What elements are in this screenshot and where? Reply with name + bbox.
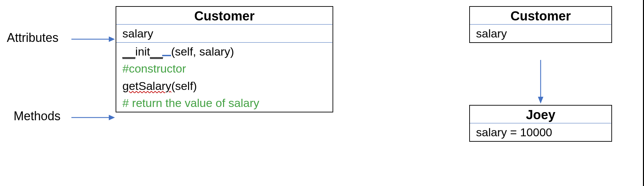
svg-marker-5 <box>538 97 543 104</box>
class-box-customer: Customer salary __init__(self, salary) #… <box>116 6 333 112</box>
init-underscore-prefix: __ <box>122 45 135 59</box>
class-title: Customer <box>116 7 333 24</box>
arrow-attributes <box>71 34 116 44</box>
getsalary-params: (self) <box>171 79 197 92</box>
svg-marker-3 <box>109 115 115 120</box>
constructor-comment: #constructor <box>116 60 333 77</box>
instance-object-box: Joey salary = 10000 <box>469 105 612 142</box>
arrow-methods <box>71 112 116 123</box>
instance-object-value: salary = 10000 <box>470 124 611 141</box>
init-name: init <box>135 45 150 58</box>
init-params: (self, salary) <box>171 45 234 58</box>
method-init: __init__(self, salary) <box>116 43 333 60</box>
init-blue-underline <box>162 55 171 56</box>
diagram-canvas: Attributes Methods Customer salary __ini… <box>0 0 644 186</box>
attribute-salary: salary <box>116 25 333 42</box>
instance-class-title: Customer <box>470 7 611 24</box>
instance-object-title: Joey <box>470 106 611 123</box>
methods-label: Methods <box>14 109 61 123</box>
arrow-instance <box>535 60 546 104</box>
attributes-label: Attributes <box>7 31 58 45</box>
getsalary-name: getSalary <box>122 79 171 92</box>
instance-class-box: Customer salary <box>469 6 612 43</box>
getsalary-comment: # return the value of salary <box>116 94 333 112</box>
instance-class-attr: salary <box>470 25 611 42</box>
svg-marker-1 <box>109 36 115 42</box>
method-getsalary: getSalary(self) <box>116 77 333 95</box>
init-underscore-suffix: __ <box>150 45 163 59</box>
